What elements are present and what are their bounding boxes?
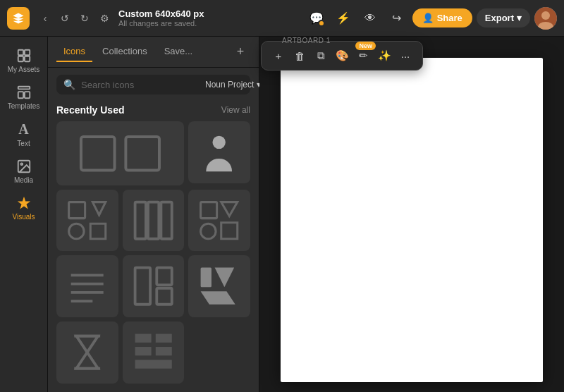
chat-button[interactable]: 💬: [305, 7, 328, 30]
svg-marker-25: [221, 223, 238, 239]
panel-content: Recently Used View all: [48, 99, 259, 392]
save-status: All changes are saved.: [118, 19, 305, 27]
svg-marker-18: [90, 223, 105, 238]
text-icon: A: [18, 121, 28, 137]
svg-rect-13: [126, 137, 160, 171]
document-info: Custom 640x640 px All changes are saved.: [118, 8, 305, 27]
svg-rect-40: [156, 347, 172, 355]
svg-rect-19: [135, 202, 145, 238]
svg-rect-6: [24, 56, 29, 61]
svg-rect-33: [201, 268, 212, 288]
topbar-right-actions: 💬 ⚡ 👁 ↪ 👤 Share Export ▾: [305, 7, 557, 30]
recently-used-header: Recently Used View all: [56, 104, 250, 116]
svg-rect-31: [157, 268, 171, 286]
icons-panel: Icons Collections Save... + 🔍 Noun Proje…: [48, 37, 259, 392]
lightning-button[interactable]: ⚡: [332, 7, 355, 30]
app-logo[interactable]: [7, 7, 30, 30]
visuals-icon: [16, 195, 32, 211]
svg-rect-7: [18, 87, 30, 90]
svg-rect-39: [135, 347, 151, 355]
main-layout: My Assets Templates A Text: [0, 37, 564, 392]
svg-rect-32: [157, 288, 171, 305]
svg-rect-41: [135, 360, 171, 369]
redo-button[interactable]: ↻: [75, 8, 94, 28]
svg-rect-15: [69, 202, 85, 218]
icon-cell-complex1[interactable]: [188, 255, 250, 317]
document-title: Custom 640x640 px: [118, 8, 305, 19]
svg-rect-4: [24, 50, 29, 55]
search-bar: 🔍 Noun Project ▾: [56, 75, 250, 94]
sidebar-item-media[interactable]: Media: [4, 154, 44, 188]
svg-rect-30: [135, 268, 149, 305]
fill-button[interactable]: 🎨: [332, 46, 352, 66]
more-button[interactable]: ···: [396, 46, 415, 66]
icon-cell-list[interactable]: [56, 255, 118, 317]
icon-cell-split[interactable]: [123, 255, 185, 317]
search-input[interactable]: [81, 80, 200, 90]
svg-rect-5: [18, 56, 23, 61]
svg-marker-16: [92, 202, 105, 214]
my-assets-icon: [16, 48, 32, 63]
artboard-label: ARTBOARD 1: [282, 37, 331, 44]
svg-rect-12: [81, 137, 115, 171]
tab-collections[interactable]: Collections: [95, 42, 154, 62]
svg-rect-38: [156, 334, 172, 343]
panel-tabs: Icons Collections Save... +: [48, 37, 259, 68]
avatar[interactable]: [534, 7, 557, 30]
svg-point-1: [541, 11, 550, 20]
settings-button[interactable]: ⚙: [94, 8, 114, 28]
topbar: ‹ ↺ ↻ ⚙ Custom 640x640 px All changes ar…: [0, 0, 564, 37]
sidebar: My Assets Templates A Text: [0, 37, 48, 392]
icon-cell-grid[interactable]: [56, 121, 184, 185]
svg-point-11: [20, 163, 23, 165]
undo-button[interactable]: ↺: [55, 8, 75, 28]
svg-rect-9: [24, 92, 29, 98]
svg-rect-37: [135, 334, 151, 343]
icon-cell-columns[interactable]: [123, 190, 185, 252]
icon-cell-shapes[interactable]: [56, 190, 118, 252]
sidebar-item-visuals[interactable]: Visuals: [4, 191, 44, 225]
search-icon: 🔍: [63, 79, 75, 90]
magic-button[interactable]: ✨: [374, 46, 394, 66]
chevron-down-icon: ▾: [517, 13, 522, 23]
duplicate-button[interactable]: ⧉: [311, 46, 331, 66]
chat-badge: [318, 20, 325, 27]
tab-icons[interactable]: Icons: [56, 42, 92, 62]
svg-rect-3: [18, 50, 23, 55]
share-icon: 👤: [422, 13, 434, 23]
svg-rect-22: [201, 202, 217, 218]
new-badge: New: [355, 42, 376, 50]
preview-button[interactable]: 👁: [359, 7, 381, 30]
svg-point-17: [69, 223, 84, 238]
svg-rect-8: [18, 92, 23, 98]
add-element-button[interactable]: +: [269, 46, 288, 66]
share-button[interactable]: 👤 Share: [412, 8, 472, 27]
artboard: [281, 58, 543, 382]
icon-cell-grid2[interactable]: [123, 321, 185, 384]
sidebar-item-text[interactable]: A Text: [4, 117, 44, 152]
add-tab-button[interactable]: +: [231, 42, 250, 62]
sidebar-item-my-assets[interactable]: My Assets: [4, 44, 44, 78]
media-icon: [16, 159, 32, 174]
sidebar-item-templates[interactable]: Templates: [4, 80, 44, 114]
svg-rect-21: [161, 202, 171, 238]
icon-cell-person[interactable]: [188, 121, 250, 183]
svg-rect-20: [148, 202, 159, 238]
recently-used-title: Recently Used: [56, 104, 124, 116]
templates-icon: [16, 85, 32, 100]
canvas-area[interactable]: [259, 37, 564, 392]
icon-cell-layout1[interactable]: [188, 190, 250, 252]
svg-point-14: [213, 136, 226, 149]
svg-marker-34: [215, 268, 235, 288]
view-all-button[interactable]: View all: [221, 105, 250, 115]
share-arrow-button[interactable]: ↪: [386, 7, 408, 30]
icon-cell-hourglass[interactable]: [56, 321, 118, 384]
delete-button[interactable]: 🗑: [290, 46, 309, 66]
noun-project-button[interactable]: Noun Project ▾: [205, 80, 261, 90]
pen-button[interactable]: ✏ New: [353, 46, 373, 66]
svg-marker-23: [221, 202, 238, 216]
tab-saved[interactable]: Save...: [157, 42, 200, 62]
svg-point-24: [201, 223, 216, 238]
export-button[interactable]: Export ▾: [477, 8, 530, 27]
back-button[interactable]: ‹: [35, 8, 55, 28]
